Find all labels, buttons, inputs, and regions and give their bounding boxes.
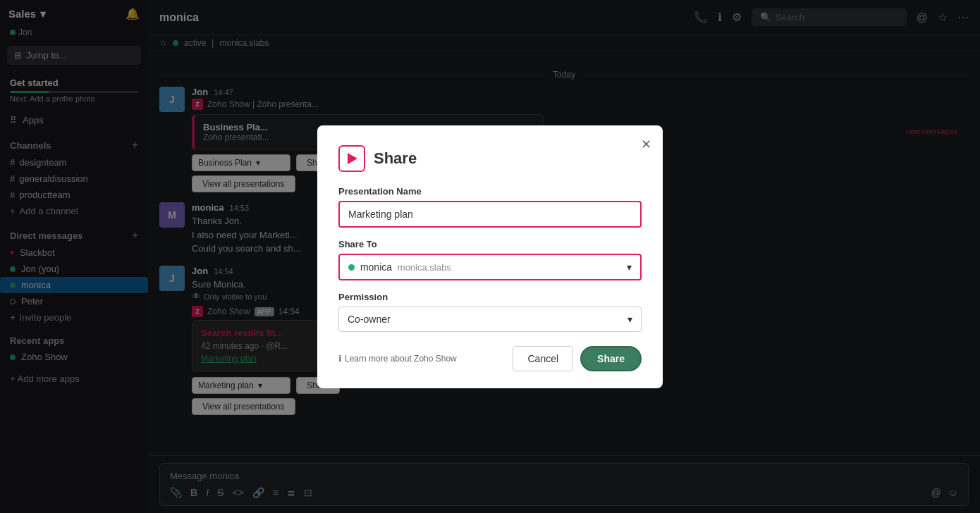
modal-footer: ℹ Learn more about Zoho Show Cancel Shar… <box>338 346 642 371</box>
permission-field: Permission Co-owner ▾ <box>338 292 642 332</box>
modal-overlay[interactable]: Share ✕ Presentation Name Share To monic… <box>0 0 980 513</box>
footer-buttons: Cancel Share <box>513 346 642 371</box>
learn-more-link[interactable]: ℹ Learn more about Zoho Show <box>338 354 457 364</box>
permission-chevron: ▾ <box>627 314 632 325</box>
learn-more-text: Learn more about Zoho Show <box>345 354 457 364</box>
presentation-name-label: Presentation Name <box>338 186 642 197</box>
share-to-workspace: monica.slabs <box>398 262 451 273</box>
info-icon-small: ℹ <box>338 354 342 364</box>
cancel-button[interactable]: Cancel <box>513 346 573 371</box>
share-modal: Share ✕ Presentation Name Share To monic… <box>317 125 663 388</box>
share-to-label: Share To <box>338 239 642 249</box>
share-to-user: monica <box>360 261 392 273</box>
svg-marker-0 <box>348 153 357 164</box>
share-to-field: Share To monica monica.slabs ▾ <box>338 239 642 280</box>
permission-label: Permission <box>338 292 642 302</box>
modal-close-button[interactable]: ✕ <box>641 137 651 152</box>
share-to-value: monica monica.slabs <box>348 261 451 273</box>
play-icon <box>344 151 360 166</box>
modal-icon <box>338 145 365 172</box>
presentation-name-input[interactable] <box>338 201 642 228</box>
share-modal-button[interactable]: Share <box>580 346 642 371</box>
modal-header: Share <box>338 145 642 172</box>
permission-dropdown[interactable]: Co-owner ▾ <box>338 307 642 332</box>
presentation-name-field: Presentation Name <box>338 186 642 228</box>
share-to-dropdown[interactable]: monica monica.slabs ▾ <box>338 254 642 280</box>
modal-title: Share <box>374 149 417 168</box>
share-to-dot <box>348 264 355 271</box>
dropdown-chevron: ▾ <box>627 261 632 273</box>
permission-value: Co-owner <box>348 314 391 325</box>
